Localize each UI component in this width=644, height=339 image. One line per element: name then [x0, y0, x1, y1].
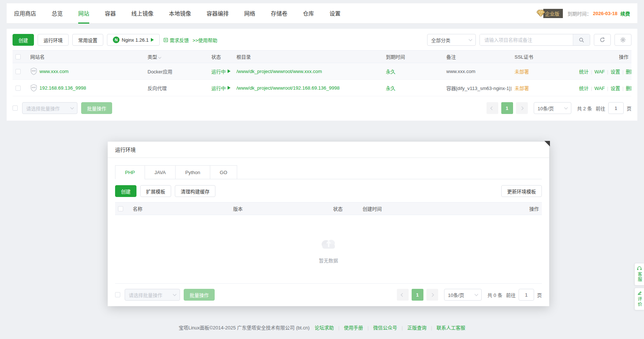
modal-goto-page-input[interactable]: [519, 289, 534, 301]
row-actions: 统计|WAF|设置|删除: [576, 80, 631, 96]
footer-link-manual[interactable]: 使用手册: [344, 325, 363, 331]
per-page-value: 10条/页: [538, 105, 554, 112]
modal-goto-unit: 页: [537, 291, 542, 298]
action-waf[interactable]: WAF: [594, 86, 605, 91]
site-name-link[interactable]: WAF www.xxx.com: [30, 68, 142, 75]
select-all-checkbox[interactable]: [15, 54, 21, 59]
tab-php[interactable]: PHP: [115, 165, 145, 179]
site-remark[interactable]: 容器[dify_v113_sm63-nginx-1]自: [443, 80, 512, 96]
action-stats[interactable]: 统计: [579, 69, 589, 75]
action-settings[interactable]: 设置: [610, 86, 620, 91]
row-actions: 统计|WAF|设置|删除: [576, 63, 631, 80]
license-area: 企业版 到期时间： 2026-03-18 续费: [536, 9, 630, 18]
site-root-link[interactable]: /www/dk_project/wwwroot/www.xxx.com: [236, 69, 322, 74]
prev-page-button[interactable]: [487, 102, 498, 114]
empty-cloud-icon: [319, 235, 339, 252]
refresh-button[interactable]: [594, 34, 611, 46]
site-name-link[interactable]: WAF 192.168.69.136_9998: [30, 84, 142, 92]
modal-create-button[interactable]: 创建: [115, 185, 136, 197]
modal-batch-select[interactable]: 请选择批量操作: [125, 289, 180, 301]
update-env-template-button[interactable]: 更新环境模板: [501, 185, 542, 197]
feedback-label: 需求反馈: [170, 37, 189, 44]
per-page-select[interactable]: 10条/页: [534, 102, 571, 114]
action-delete[interactable]: 删除: [626, 86, 631, 91]
modal-header-actions: 操作: [512, 203, 542, 215]
common-settings-button[interactable]: 常用设置: [72, 34, 103, 46]
modal-next-page-button[interactable]: [426, 289, 438, 301]
extend-template-button[interactable]: 扩展模板: [140, 185, 171, 197]
renew-link[interactable]: 续费: [620, 10, 630, 17]
ssl-status[interactable]: 未部署: [515, 86, 529, 91]
action-delete[interactable]: 删除: [626, 69, 631, 75]
modal-batch-checkbox[interactable]: [115, 292, 120, 297]
web-server-button[interactable]: N Nginx 1.26.1: [107, 34, 160, 46]
nav-item-network[interactable]: 网络: [244, 3, 255, 24]
corner-fold-icon[interactable]: [544, 141, 550, 146]
batch-select-all-checkbox[interactable]: [13, 105, 18, 111]
site-expire[interactable]: 永久: [386, 86, 395, 91]
nav-item-settings[interactable]: 设置: [329, 3, 340, 24]
rate-button[interactable]: 评价: [634, 288, 644, 310]
nav-item-compose[interactable]: 容器编排: [207, 3, 229, 24]
modal-per-page-select[interactable]: 10条/页: [444, 289, 482, 301]
site-expire[interactable]: 永久: [386, 69, 395, 75]
goto-page-input[interactable]: [608, 102, 624, 114]
modal-header-version: 版本: [230, 203, 330, 215]
modal-page-number-current[interactable]: 1: [412, 289, 423, 301]
site-remark[interactable]: www.xxx.com: [443, 63, 512, 80]
search-input[interactable]: [480, 34, 573, 45]
chevron-down-icon: [469, 38, 472, 41]
action-stats[interactable]: 统计: [579, 86, 589, 91]
ssl-status[interactable]: 未部署: [515, 69, 529, 75]
footer-link-genuine[interactable]: 正版查询: [407, 325, 426, 331]
footer-link-support[interactable]: 联系人工客服: [437, 325, 465, 331]
header-status: 状态: [208, 51, 233, 63]
batch-action-select[interactable]: 请选择批量操作: [22, 102, 77, 114]
modal-body: PHP JAVA Python GO 创建 扩展模板 清理构建缓存 更新环境模板…: [108, 158, 549, 301]
modal-batch-apply-button[interactable]: 批量操作: [184, 289, 215, 301]
row-checkbox[interactable]: [15, 69, 21, 74]
expire-date: 2026-03-18: [593, 11, 617, 16]
nav-item-local-image[interactable]: 本地镜像: [169, 3, 191, 24]
site-status[interactable]: 运行中: [211, 84, 231, 91]
nav-item-overview[interactable]: 总览: [52, 3, 63, 24]
table-row: WAF www.xxx.com Docker应用 运行中 /www/dk_pro…: [13, 63, 631, 80]
footer-link-wechat[interactable]: 微信公众号: [373, 325, 397, 331]
search-button[interactable]: [573, 34, 590, 45]
rate-label: 评价: [637, 297, 642, 307]
goto-label: 前往: [596, 105, 605, 112]
tab-go[interactable]: GO: [210, 165, 237, 179]
modal-prev-page-button[interactable]: [397, 289, 409, 301]
page-number-current[interactable]: 1: [501, 102, 513, 114]
nav-item-container[interactable]: 容器: [105, 3, 116, 24]
modal-select-all-checkbox[interactable]: [118, 206, 123, 211]
runtime-env-button[interactable]: 运行环境: [38, 34, 69, 46]
category-filter-value: 全部分类: [431, 37, 450, 44]
feedback-link[interactable]: 需求反馈: [163, 37, 189, 44]
vip-badge[interactable]: 企业版: [536, 9, 563, 18]
gear-button[interactable]: [614, 34, 631, 46]
site-root-link[interactable]: /www/dk_project/wwwroot/192.168.69.136_9…: [236, 85, 340, 91]
batch-apply-button[interactable]: 批量操作: [81, 102, 112, 114]
clean-build-cache-button[interactable]: 清理构建缓存: [175, 185, 215, 197]
tab-python[interactable]: Python: [175, 165, 210, 179]
nav-item-website[interactable]: 网站: [78, 3, 89, 24]
site-status[interactable]: 运行中: [211, 68, 231, 75]
nav-item-online-image[interactable]: 线上镜像: [131, 3, 153, 24]
tab-java[interactable]: JAVA: [145, 165, 176, 179]
nav-item-repository[interactable]: 仓库: [303, 3, 314, 24]
action-waf[interactable]: WAF: [594, 69, 605, 75]
nav-item-volume[interactable]: 存储卷: [271, 3, 287, 24]
create-site-button[interactable]: 创建: [13, 34, 34, 46]
footer-link-forum[interactable]: 论坛求助: [315, 325, 334, 331]
headset-icon: [637, 266, 642, 270]
row-checkbox[interactable]: [15, 86, 21, 91]
header-type[interactable]: 类型: [145, 51, 208, 63]
help-link[interactable]: >>使用帮助: [193, 37, 217, 44]
nav-item-app-store[interactable]: 应用商店: [14, 3, 36, 24]
customer-service-button[interactable]: 客服: [634, 263, 644, 286]
next-page-button[interactable]: [516, 102, 528, 114]
category-filter-select[interactable]: 全部分类: [427, 34, 476, 46]
vip-badge-label: 企业版: [543, 9, 563, 18]
action-settings[interactable]: 设置: [610, 69, 620, 75]
